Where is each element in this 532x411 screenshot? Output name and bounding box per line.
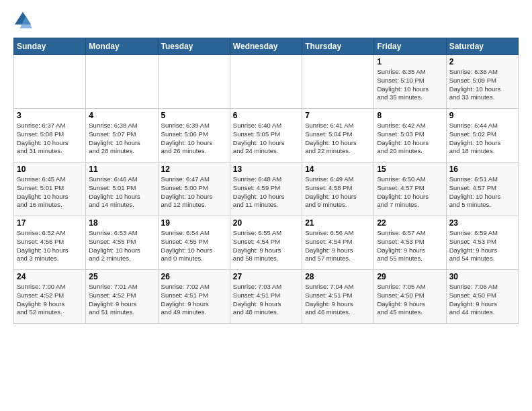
day-number: 16 bbox=[449, 165, 515, 174]
day-info: Sunrise: 6:39 AM Sunset: 5:06 PM Dayligh… bbox=[161, 122, 227, 156]
day-info: Sunrise: 6:41 AM Sunset: 5:04 PM Dayligh… bbox=[305, 122, 371, 156]
day-info: Sunrise: 6:46 AM Sunset: 5:01 PM Dayligh… bbox=[89, 175, 154, 210]
day-info: Sunrise: 6:50 AM Sunset: 4:57 PM Dayligh… bbox=[377, 175, 443, 210]
weekday-header-friday: Friday bbox=[374, 38, 446, 55]
page: SundayMondayTuesdayWednesdayThursdayFrid… bbox=[0, 0, 532, 330]
logo bbox=[13, 11, 35, 30]
calendar-cell: 8Sunrise: 6:42 AM Sunset: 5:03 PM Daylig… bbox=[374, 109, 446, 163]
day-info: Sunrise: 6:37 AM Sunset: 5:08 PM Dayligh… bbox=[17, 122, 83, 156]
header-area bbox=[13, 11, 519, 30]
day-number: 1 bbox=[377, 57, 443, 66]
day-info: Sunrise: 6:51 AM Sunset: 4:57 PM Dayligh… bbox=[449, 175, 515, 210]
calendar-week-1: 1Sunrise: 6:35 AM Sunset: 5:10 PM Daylig… bbox=[14, 55, 519, 109]
calendar-cell: 3Sunrise: 6:37 AM Sunset: 5:08 PM Daylig… bbox=[14, 109, 86, 163]
day-number: 27 bbox=[233, 272, 299, 281]
day-number: 8 bbox=[377, 111, 443, 120]
calendar-cell bbox=[302, 55, 374, 109]
day-number: 11 bbox=[89, 165, 154, 174]
calendar-cell: 26Sunrise: 7:02 AM Sunset: 4:51 PM Dayli… bbox=[158, 270, 230, 324]
calendar-cell: 9Sunrise: 6:44 AM Sunset: 5:02 PM Daylig… bbox=[446, 109, 518, 163]
calendar-cell: 17Sunrise: 6:52 AM Sunset: 4:56 PM Dayli… bbox=[14, 216, 86, 270]
day-info: Sunrise: 7:01 AM Sunset: 4:52 PM Dayligh… bbox=[89, 283, 154, 317]
logo-icon bbox=[13, 11, 32, 30]
weekday-header-sunday: Sunday bbox=[14, 38, 86, 55]
day-number: 13 bbox=[233, 165, 299, 174]
day-info: Sunrise: 7:05 AM Sunset: 4:50 PM Dayligh… bbox=[377, 283, 443, 317]
day-number: 7 bbox=[305, 111, 371, 120]
day-number: 25 bbox=[89, 272, 154, 281]
day-number: 28 bbox=[305, 272, 371, 281]
day-number: 3 bbox=[17, 111, 83, 120]
day-number: 26 bbox=[161, 272, 227, 281]
calendar-week-3: 10Sunrise: 6:45 AM Sunset: 5:01 PM Dayli… bbox=[14, 163, 519, 216]
weekday-header-monday: Monday bbox=[86, 38, 158, 55]
day-number: 4 bbox=[89, 111, 154, 120]
weekday-header-row: SundayMondayTuesdayWednesdayThursdayFrid… bbox=[14, 38, 519, 55]
day-info: Sunrise: 7:06 AM Sunset: 4:50 PM Dayligh… bbox=[449, 283, 515, 317]
weekday-header-wednesday: Wednesday bbox=[230, 38, 302, 55]
calendar-cell: 18Sunrise: 6:53 AM Sunset: 4:55 PM Dayli… bbox=[86, 216, 158, 270]
calendar-cell: 22Sunrise: 6:57 AM Sunset: 4:53 PM Dayli… bbox=[374, 216, 446, 270]
day-number: 29 bbox=[377, 272, 443, 281]
calendar-cell: 7Sunrise: 6:41 AM Sunset: 5:04 PM Daylig… bbox=[302, 109, 374, 163]
day-info: Sunrise: 6:59 AM Sunset: 4:53 PM Dayligh… bbox=[449, 229, 515, 263]
day-info: Sunrise: 6:49 AM Sunset: 4:58 PM Dayligh… bbox=[305, 175, 371, 210]
calendar-cell: 1Sunrise: 6:35 AM Sunset: 5:10 PM Daylig… bbox=[374, 55, 446, 109]
weekday-header-saturday: Saturday bbox=[446, 38, 518, 55]
day-number: 14 bbox=[305, 165, 371, 174]
day-info: Sunrise: 6:45 AM Sunset: 5:01 PM Dayligh… bbox=[17, 175, 83, 210]
calendar-table: SundayMondayTuesdayWednesdayThursdayFrid… bbox=[13, 38, 519, 324]
day-info: Sunrise: 6:36 AM Sunset: 5:09 PM Dayligh… bbox=[449, 68, 515, 102]
calendar-cell: 13Sunrise: 6:48 AM Sunset: 4:59 PM Dayli… bbox=[230, 163, 302, 216]
calendar-cell: 30Sunrise: 7:06 AM Sunset: 4:50 PM Dayli… bbox=[446, 270, 518, 324]
day-number: 17 bbox=[17, 218, 83, 228]
calendar-week-5: 24Sunrise: 7:00 AM Sunset: 4:52 PM Dayli… bbox=[14, 270, 519, 324]
calendar-cell: 15Sunrise: 6:50 AM Sunset: 4:57 PM Dayli… bbox=[374, 163, 446, 216]
day-info: Sunrise: 7:04 AM Sunset: 4:51 PM Dayligh… bbox=[305, 283, 371, 317]
day-number: 24 bbox=[17, 272, 83, 281]
day-number: 18 bbox=[89, 218, 154, 228]
day-info: Sunrise: 6:52 AM Sunset: 4:56 PM Dayligh… bbox=[17, 229, 83, 263]
day-info: Sunrise: 6:44 AM Sunset: 5:02 PM Dayligh… bbox=[449, 122, 515, 156]
calendar-cell: 12Sunrise: 6:47 AM Sunset: 5:00 PM Dayli… bbox=[158, 163, 230, 216]
day-number: 20 bbox=[233, 218, 299, 228]
calendar-cell: 2Sunrise: 6:36 AM Sunset: 5:09 PM Daylig… bbox=[446, 55, 518, 109]
day-info: Sunrise: 6:38 AM Sunset: 5:07 PM Dayligh… bbox=[89, 122, 154, 156]
day-info: Sunrise: 7:02 AM Sunset: 4:51 PM Dayligh… bbox=[161, 283, 227, 317]
calendar-cell bbox=[86, 55, 158, 109]
day-number: 9 bbox=[449, 111, 515, 120]
calendar-cell: 16Sunrise: 6:51 AM Sunset: 4:57 PM Dayli… bbox=[446, 163, 518, 216]
calendar-cell: 6Sunrise: 6:40 AM Sunset: 5:05 PM Daylig… bbox=[230, 109, 302, 163]
day-number: 30 bbox=[449, 272, 515, 281]
calendar-cell: 4Sunrise: 6:38 AM Sunset: 5:07 PM Daylig… bbox=[86, 109, 158, 163]
day-number: 12 bbox=[161, 165, 227, 174]
day-info: Sunrise: 6:57 AM Sunset: 4:53 PM Dayligh… bbox=[377, 229, 443, 263]
day-info: Sunrise: 6:56 AM Sunset: 4:54 PM Dayligh… bbox=[305, 229, 371, 263]
day-info: Sunrise: 6:47 AM Sunset: 5:00 PM Dayligh… bbox=[161, 175, 227, 210]
day-number: 10 bbox=[17, 165, 83, 174]
calendar-cell: 21Sunrise: 6:56 AM Sunset: 4:54 PM Dayli… bbox=[302, 216, 374, 270]
weekday-header-tuesday: Tuesday bbox=[158, 38, 230, 55]
day-info: Sunrise: 7:03 AM Sunset: 4:51 PM Dayligh… bbox=[233, 283, 299, 317]
calendar-cell: 25Sunrise: 7:01 AM Sunset: 4:52 PM Dayli… bbox=[86, 270, 158, 324]
day-info: Sunrise: 6:48 AM Sunset: 4:59 PM Dayligh… bbox=[233, 175, 299, 210]
day-number: 15 bbox=[377, 165, 443, 174]
calendar-cell: 10Sunrise: 6:45 AM Sunset: 5:01 PM Dayli… bbox=[14, 163, 86, 216]
day-info: Sunrise: 6:42 AM Sunset: 5:03 PM Dayligh… bbox=[377, 122, 443, 156]
calendar-cell bbox=[14, 55, 86, 109]
calendar-cell: 11Sunrise: 6:46 AM Sunset: 5:01 PM Dayli… bbox=[86, 163, 158, 216]
weekday-header-thursday: Thursday bbox=[302, 38, 374, 55]
calendar-cell: 5Sunrise: 6:39 AM Sunset: 5:06 PM Daylig… bbox=[158, 109, 230, 163]
calendar-week-4: 17Sunrise: 6:52 AM Sunset: 4:56 PM Dayli… bbox=[14, 216, 519, 270]
day-number: 6 bbox=[233, 111, 299, 120]
calendar-cell: 24Sunrise: 7:00 AM Sunset: 4:52 PM Dayli… bbox=[14, 270, 86, 324]
calendar-week-2: 3Sunrise: 6:37 AM Sunset: 5:08 PM Daylig… bbox=[14, 109, 519, 163]
calendar-cell bbox=[230, 55, 302, 109]
day-info: Sunrise: 6:54 AM Sunset: 4:55 PM Dayligh… bbox=[161, 229, 227, 263]
day-number: 19 bbox=[161, 218, 227, 228]
day-info: Sunrise: 6:40 AM Sunset: 5:05 PM Dayligh… bbox=[233, 122, 299, 156]
day-number: 21 bbox=[305, 218, 371, 228]
calendar-cell bbox=[158, 55, 230, 109]
calendar-cell: 14Sunrise: 6:49 AM Sunset: 4:58 PM Dayli… bbox=[302, 163, 374, 216]
day-number: 22 bbox=[377, 218, 443, 228]
